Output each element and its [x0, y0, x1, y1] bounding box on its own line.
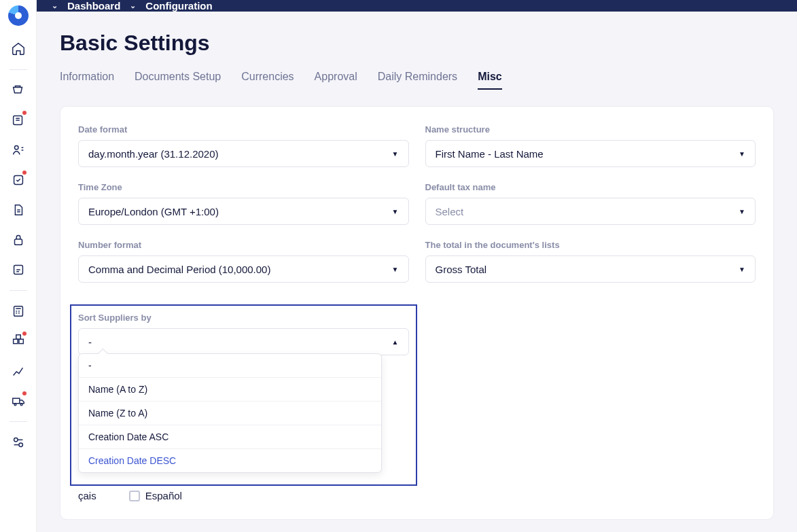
- lang-fr-label: çais: [78, 490, 96, 501]
- approval-icon[interactable]: [5, 256, 32, 283]
- field-default-tax: Default tax name Select ▼: [425, 182, 756, 225]
- date-format-value: day.month.year (31.12.2020): [88, 148, 219, 160]
- caret-down-icon: ▼: [392, 208, 399, 215]
- calculator-icon[interactable]: [5, 298, 32, 325]
- name-structure-value: First Name - Last Name: [436, 148, 544, 160]
- sort-suppliers-label: Sort Suppliers by: [78, 313, 409, 323]
- checkbox-icon[interactable]: [129, 491, 140, 501]
- svg-point-10: [20, 404, 22, 406]
- total-lists-select[interactable]: Gross Total ▼: [425, 255, 756, 283]
- nav-separator: [10, 69, 27, 70]
- home-icon[interactable]: [5, 35, 32, 63]
- suppliers-icon[interactable]: [5, 137, 32, 164]
- sort-suppliers-select[interactable]: - ▲: [78, 328, 409, 355]
- tab-documents-setup[interactable]: Documents Setup: [135, 71, 221, 90]
- tab-misc[interactable]: Misc: [478, 71, 502, 90]
- chevron-down-icon[interactable]: ⌄: [130, 1, 136, 10]
- date-format-select[interactable]: day.month.year (31.12.2020) ▼: [78, 140, 409, 167]
- sort-option-date-asc[interactable]: Creation Date ASC: [79, 425, 381, 449]
- left-sidebar: [0, 0, 37, 532]
- field-date-format: Date format day.month.year (31.12.2020) …: [78, 124, 409, 167]
- breadcrumb-configuration[interactable]: Configuration: [145, 0, 212, 12]
- settings-tabs: Information Documents Setup Currencies A…: [60, 71, 774, 90]
- caret-down-icon: ▼: [739, 266, 745, 273]
- number-format-select[interactable]: Comma and Decimal Period (10,000.00) ▼: [78, 255, 409, 283]
- sort-suppliers-dropdown: - Name (A to Z) Name (Z to A) Creation D…: [78, 353, 382, 473]
- cart-icon[interactable]: [5, 77, 32, 104]
- svg-point-9: [14, 404, 16, 406]
- default-tax-label: Default tax name: [425, 182, 756, 192]
- lang-option-fr[interactable]: çais: [78, 490, 96, 501]
- field-total-lists: The total in the document's lists Gross …: [425, 240, 756, 283]
- default-tax-value: Select: [436, 206, 464, 217]
- field-number-format: Number format Comma and Decimal Period (…: [78, 240, 409, 283]
- invoice-icon[interactable]: [5, 107, 32, 134]
- default-tax-select[interactable]: Select ▼: [425, 198, 756, 225]
- inventory-icon[interactable]: [5, 327, 32, 355]
- svg-point-1: [14, 146, 18, 150]
- sort-option-date-desc[interactable]: Creation Date DESC: [79, 449, 381, 472]
- sort-suppliers-value: -: [88, 336, 92, 348]
- lang-es-label: Español: [145, 490, 182, 501]
- svg-rect-8: [16, 335, 20, 339]
- svg-rect-7: [18, 339, 22, 343]
- name-structure-select[interactable]: First Name - Last Name ▼: [425, 140, 756, 167]
- shipping-icon[interactable]: [5, 387, 32, 414]
- tab-daily-reminders[interactable]: Daily Reminders: [378, 71, 457, 90]
- field-time-zone: Time Zone Europe/London (GMT +1:00) ▼: [78, 182, 409, 225]
- nav-separator: [10, 421, 27, 422]
- number-format-label: Number format: [78, 240, 409, 250]
- svg-rect-3: [14, 239, 22, 245]
- app-logo-icon[interactable]: [8, 5, 29, 26]
- document-icon[interactable]: [5, 196, 32, 224]
- sort-option-name-asc[interactable]: Name (A to Z): [79, 378, 381, 402]
- tab-currencies[interactable]: Currencies: [241, 71, 294, 90]
- tab-approval[interactable]: Approval: [315, 71, 357, 90]
- caret-down-icon: ▼: [392, 150, 399, 158]
- settings-toggle-icon[interactable]: [5, 429, 32, 456]
- caret-down-icon: ▼: [392, 266, 399, 273]
- svg-rect-6: [13, 339, 17, 343]
- lock-icon[interactable]: [5, 226, 32, 253]
- settings-card: Date format day.month.year (31.12.2020) …: [60, 106, 774, 520]
- chevron-down-icon[interactable]: ⌄: [52, 1, 58, 10]
- page-title: Basic Settings: [60, 31, 774, 56]
- top-breadcrumb-bar: ⌄ Dashboard ⌄ Configuration: [37, 0, 797, 12]
- svg-point-11: [14, 438, 17, 442]
- tasks-icon[interactable]: [5, 166, 32, 194]
- time-zone-label: Time Zone: [78, 182, 409, 192]
- name-structure-label: Name structure: [425, 124, 756, 135]
- total-lists-label: The total in the document's lists: [425, 240, 756, 250]
- number-format-value: Comma and Decimal Period (10,000.00): [88, 264, 270, 275]
- breadcrumb-dashboard[interactable]: Dashboard: [67, 0, 120, 12]
- caret-up-icon: ▲: [392, 338, 399, 346]
- field-name-structure: Name structure First Name - Last Name ▼: [425, 124, 756, 167]
- language-row: çais Español: [78, 490, 756, 501]
- nav-separator: [10, 290, 27, 291]
- time-zone-value: Europe/London (GMT +1:00): [88, 206, 219, 217]
- time-zone-select[interactable]: Europe/London (GMT +1:00) ▼: [78, 198, 409, 225]
- lang-option-es[interactable]: Español: [129, 490, 182, 501]
- caret-down-icon: ▼: [739, 208, 745, 215]
- main-content: ⌄ Dashboard ⌄ Configuration Basic Settin…: [37, 0, 797, 532]
- caret-down-icon: ▼: [739, 150, 745, 158]
- sort-option-name-desc[interactable]: Name (Z to A): [79, 402, 381, 425]
- total-lists-value: Gross Total: [436, 264, 487, 275]
- svg-point-12: [18, 443, 22, 447]
- sort-option-none[interactable]: -: [79, 354, 381, 378]
- tab-information[interactable]: Information: [60, 71, 114, 90]
- date-format-label: Date format: [78, 124, 409, 135]
- analytics-icon[interactable]: [5, 357, 32, 385]
- sort-suppliers-highlight: Sort Suppliers by - ▲ - Name (A to Z) Na…: [70, 304, 417, 486]
